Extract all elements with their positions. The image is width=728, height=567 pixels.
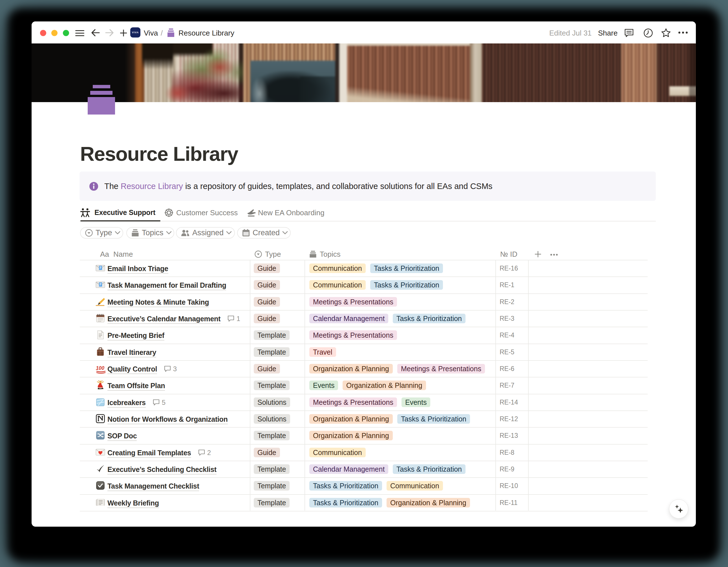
svg-text:100: 100 — [96, 365, 104, 371]
